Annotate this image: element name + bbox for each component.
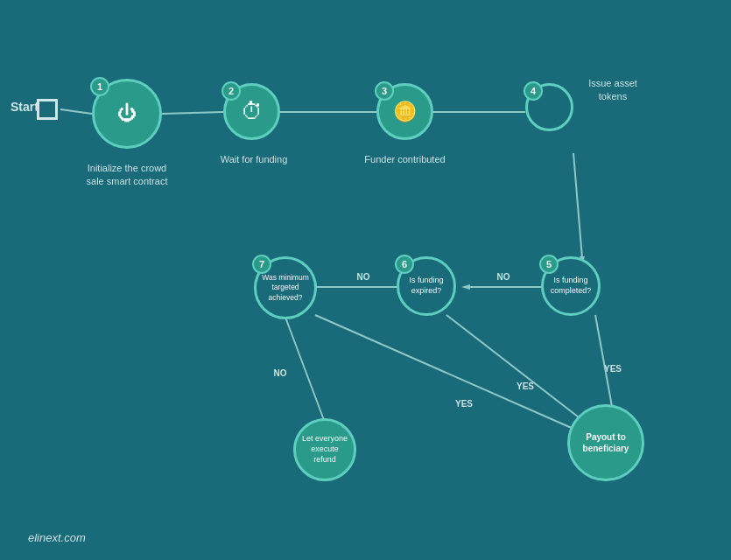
- node-1: 1 ⏻: [92, 79, 162, 149]
- node-5: 5 Is funding completed?: [541, 256, 601, 316]
- node-8: Let everyone execute refund: [293, 418, 356, 481]
- elinext-label: elinext.com: [28, 531, 86, 544]
- node-5-number: 5: [539, 255, 559, 274]
- node-2-number: 2: [221, 81, 241, 101]
- node-7-number: 7: [252, 255, 271, 274]
- node-3-label: Funder contributed: [363, 153, 446, 166]
- svg-line-10: [285, 315, 324, 420]
- flow-diagram: NO NO YES YES YES NO Start 1 ⏻ Initializ…: [0, 0, 731, 560]
- svg-text:YES: YES: [455, 399, 473, 409]
- node-9: Payout to beneficiary: [567, 404, 644, 481]
- node-8-text: Let everyone execute refund: [296, 430, 354, 468]
- svg-text:NO: NO: [274, 368, 287, 378]
- power-icon: ⏻: [117, 102, 137, 125]
- svg-line-1: [162, 112, 223, 114]
- node-7-text: Was minimum targeted achieved?: [257, 270, 314, 305]
- node-5-text: Is funding completed?: [544, 272, 598, 299]
- start-box: [37, 99, 58, 120]
- svg-line-4: [573, 153, 582, 258]
- node-6-number: 6: [395, 255, 414, 274]
- svg-line-0: [60, 109, 92, 114]
- svg-marker-12: [461, 284, 470, 290]
- node-7: 7 Was minimum targeted achieved?: [254, 256, 317, 319]
- node-2-label: Wait for funding: [214, 153, 293, 166]
- node-6: 6 Is funding expired?: [397, 256, 456, 316]
- node-1-number: 1: [90, 77, 109, 96]
- start-label: Start: [11, 100, 39, 114]
- node-4: 4: [525, 83, 573, 131]
- node-4-number: 4: [524, 81, 543, 101]
- node-1-label: Initialize the crowd sale smart contract: [79, 162, 175, 189]
- svg-text:NO: NO: [357, 272, 370, 282]
- svg-text:YES: YES: [604, 364, 622, 374]
- node-2: 2 ⏱: [223, 83, 280, 140]
- svg-line-9: [315, 315, 573, 429]
- node-3: 3 🪙: [376, 83, 433, 140]
- svg-line-7: [595, 315, 613, 411]
- coins-icon: 🪙: [393, 101, 417, 123]
- svg-text:YES: YES: [517, 382, 534, 391]
- node-4-label: Issue asset tokens: [578, 77, 648, 104]
- node-9-text: Payout to beneficiary: [570, 428, 642, 458]
- node-3-number: 3: [375, 81, 394, 101]
- svg-text:NO: NO: [497, 272, 510, 282]
- node-6-text: Is funding expired?: [399, 272, 453, 299]
- clock-icon: ⏱: [241, 98, 264, 125]
- svg-line-8: [446, 315, 582, 420]
